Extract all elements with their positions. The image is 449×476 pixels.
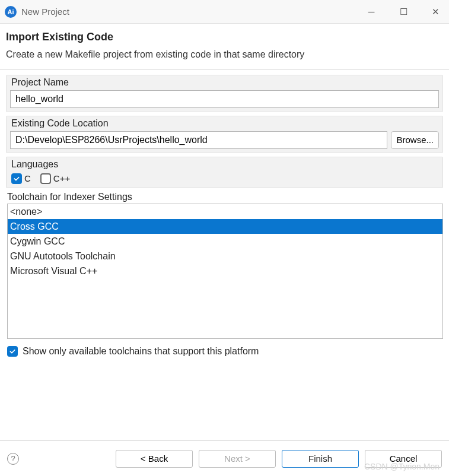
help-icon[interactable]: ?	[7, 453, 19, 465]
toolchain-option[interactable]: GNU Autotools Toolchain	[8, 249, 442, 264]
project-name-label: Project Name	[10, 77, 439, 88]
wizard-footer: ? < Back Next > Finish Cancel	[0, 440, 449, 476]
browse-button[interactable]: Browse...	[391, 131, 439, 149]
language-checkbox-c[interactable]	[11, 173, 22, 184]
toolchain-option[interactable]: Microsoft Visual C++	[8, 264, 442, 278]
close-icon[interactable]: ✕	[426, 7, 444, 17]
check-icon	[13, 175, 20, 182]
languages-label: Languages	[10, 159, 439, 170]
show-only-row: Show only available toolchains that supp…	[6, 342, 443, 359]
page-title: Import Existing Code	[6, 31, 443, 43]
page-description: Create a new Makefile project from exist…	[6, 48, 338, 61]
languages-checkbox-row: CC++	[10, 172, 439, 184]
project-name-group: Project Name	[6, 75, 443, 112]
next-button: Next >	[199, 450, 276, 468]
existing-code-input[interactable]	[10, 131, 387, 149]
languages-group: Languages CC++	[6, 157, 443, 188]
toolchain-list[interactable]: <none>Cross GCCCygwin GCCGNU Autotools T…	[7, 204, 443, 339]
window-controls: ─ ☐ ✕	[362, 7, 444, 17]
back-button[interactable]: < Back	[116, 450, 193, 468]
cancel-button[interactable]: Cancel	[365, 450, 442, 468]
app-icon: Ai	[5, 6, 17, 18]
show-only-label: Show only available toolchains that supp…	[23, 346, 259, 357]
wizard-header: Import Existing Code Create a new Makefi…	[0, 24, 449, 70]
form-panel: Project Name Existing Code Location Brow…	[0, 70, 449, 365]
finish-button[interactable]: Finish	[282, 450, 359, 468]
toolchain-option[interactable]: Cross GCC	[8, 219, 442, 234]
maximize-icon[interactable]: ☐	[394, 7, 412, 17]
check-icon	[9, 348, 16, 355]
existing-code-label: Existing Code Location	[10, 118, 439, 129]
language-option-c: C	[11, 173, 31, 184]
toolchain-group: Toolchain for Indexer Settings <none>Cro…	[6, 192, 443, 340]
existing-code-group: Existing Code Location Browse...	[6, 116, 443, 153]
language-label-cpp: C++	[53, 173, 70, 183]
titlebar: Ai New Project ─ ☐ ✕	[0, 0, 449, 24]
show-only-checkbox[interactable]	[7, 346, 18, 357]
window-title: New Project	[21, 7, 69, 17]
toolchain-option[interactable]: Cygwin GCC	[8, 234, 442, 249]
language-label-c: C	[24, 173, 31, 183]
language-option-cpp: C++	[40, 173, 70, 184]
minimize-icon[interactable]: ─	[362, 7, 380, 17]
toolchain-label: Toolchain for Indexer Settings	[7, 192, 443, 202]
language-checkbox-cpp[interactable]	[40, 173, 51, 184]
project-name-input[interactable]	[10, 90, 439, 108]
toolchain-option[interactable]: <none>	[8, 204, 442, 219]
